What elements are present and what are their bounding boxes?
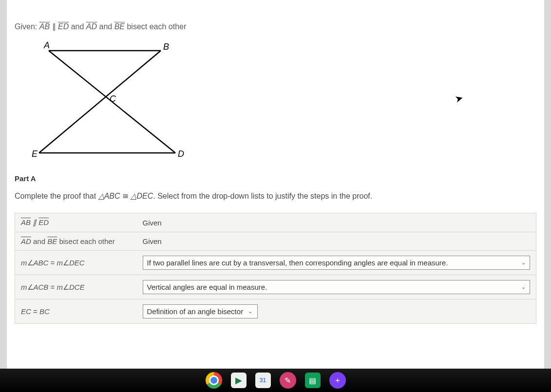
table-row: AD and BE bisect each other Given (15, 232, 536, 251)
reason-dropdown[interactable]: If two parallel lines are cut by a trans… (143, 256, 531, 270)
statement-cell: AB ∥ ED (15, 213, 137, 232)
reason-cell: Definition of an angle bisector ⌄ (137, 299, 536, 324)
reason-cell: If two parallel lines are cut by a trans… (137, 251, 536, 275)
chrome-icon[interactable] (206, 372, 222, 389)
proof-table: AB ∥ ED Given AD and BE bisect each othe… (15, 213, 536, 324)
sheets-icon[interactable]: ▤ (305, 373, 321, 388)
segment-ed: ED (58, 22, 69, 31)
text-and: and (99, 22, 112, 31)
given-statement: Given: AB ∥ ED and AD and BE bisect each… (15, 22, 536, 31)
label-a: A (43, 41, 50, 50)
triangle-abc: △ABC (98, 192, 120, 200)
statement-cell: AD and BE bisect each other (15, 232, 137, 251)
reason-dropdown[interactable]: Definition of an angle bisector ⌄ (143, 304, 258, 318)
label-d: D (178, 149, 184, 159)
statement-cell: mABC = mDEC (15, 251, 137, 275)
table-row: EC = BC Definition of an angle bisector … (15, 299, 536, 324)
table-row: AB ∥ ED Given (15, 213, 536, 232)
dropdown-value: Vertical angles are equal in measure. (147, 283, 267, 291)
draw-icon[interactable]: ✎ (280, 372, 296, 389)
instruction-text: Complete the proof that △ABC ≅ △DEC. Sel… (15, 191, 536, 201)
reason-cell: Given (137, 213, 536, 232)
given-suffix: bisect each other (127, 22, 186, 31)
label-c: C (110, 94, 116, 104)
reason-dropdown[interactable]: Vertical angles are equal in measure. ⌄ (143, 280, 531, 294)
problem-content: Given: AB ∥ ED and AD and BE bisect each… (0, 0, 551, 324)
given-prefix: Given: (15, 22, 37, 31)
segment-ab: AB (39, 22, 50, 31)
table-row: mACB = mDCE Vertical angles are equal in… (15, 275, 536, 299)
part-a-label: Part A (15, 174, 536, 183)
add-icon[interactable]: ＋ (329, 372, 346, 389)
parallel-symbol: ∥ (52, 22, 56, 31)
meet-icon[interactable]: ▶ (231, 373, 247, 388)
dropdown-value: If two parallel lines are cut by a trans… (147, 259, 448, 267)
statement-cell: EC = BC (15, 299, 137, 324)
reason-cell: Given (137, 232, 536, 251)
calendar-icon[interactable]: 31 (255, 373, 271, 388)
svg-line-3 (39, 51, 161, 153)
statement-cell: mACB = mDCE (15, 275, 137, 299)
dropdown-value: Definition of an angle bisector (147, 307, 244, 316)
label-b: B (163, 42, 169, 52)
congruent-symbol: ≅ (122, 192, 129, 200)
segment-be: BE (114, 22, 125, 31)
reason-cell: Vertical angles are equal in measure. ⌄ (137, 275, 536, 299)
chevron-down-icon: ⌄ (521, 284, 526, 290)
instruction-suffix: . Select from the drop-down lists to jus… (153, 192, 372, 200)
taskbar: ▶ 31 ✎ ▤ ＋ (0, 369, 551, 392)
label-e: E (32, 149, 38, 159)
text-and: and (71, 22, 84, 31)
table-row: mABC = mDEC If two parallel lines are cu… (15, 251, 536, 275)
segment-ad: AD (86, 22, 97, 31)
chevron-down-icon: ⌄ (521, 260, 526, 266)
triangle-dec: △DEC (131, 192, 153, 200)
chevron-down-icon: ⌄ (248, 308, 252, 315)
instruction-prefix: Complete the proof that (15, 192, 96, 200)
